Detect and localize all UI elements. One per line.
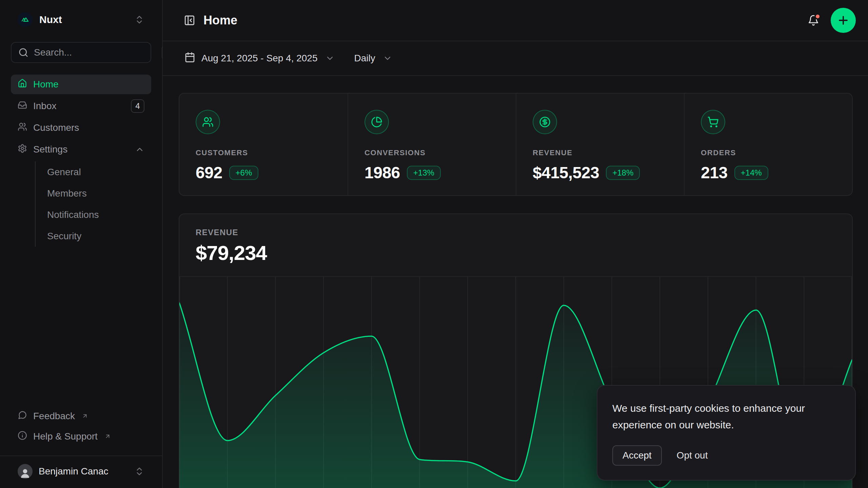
- subnav-label: Security: [47, 231, 81, 242]
- settings-subnav: General Members Notifications Security: [35, 161, 151, 247]
- stat-delta-badge: +13%: [407, 166, 441, 180]
- nuxt-logo-icon: [18, 12, 33, 27]
- revenue-chart-label: REVENUE: [196, 228, 836, 237]
- workspace-selector[interactable]: Nuxt: [11, 10, 151, 29]
- help-support-label: Help & Support: [33, 431, 98, 442]
- users-icon: [196, 110, 220, 134]
- sidebar-item-notifications[interactable]: Notifications: [36, 204, 151, 225]
- stat-label: ORDERS: [701, 148, 836, 157]
- stat-delta-badge: +14%: [734, 166, 768, 180]
- sidebar-nav: Home Inbox 4 Customers: [11, 75, 151, 247]
- stat-delta-badge: +6%: [229, 166, 259, 180]
- feedback-label: Feedback: [33, 411, 75, 422]
- search-input-container[interactable]: ⌘ K: [11, 42, 151, 63]
- period-value: Daily: [354, 53, 375, 64]
- info-circle-icon: [18, 431, 27, 443]
- sidebar-item-general[interactable]: General: [36, 161, 151, 183]
- arrow-up-right-icon: [104, 431, 111, 442]
- sidebar-item-label: Customers: [33, 122, 79, 133]
- sidebar-item-inbox[interactable]: Inbox 4: [11, 96, 151, 116]
- period-select[interactable]: Daily: [354, 53, 392, 64]
- add-button[interactable]: [831, 8, 856, 33]
- plus-icon: [837, 14, 850, 27]
- user-name: Benjamin Canac: [39, 466, 128, 477]
- sidebar-item-label: Settings: [33, 144, 67, 155]
- help-support-link[interactable]: Help & Support: [11, 426, 151, 447]
- message-circle-icon: [18, 410, 27, 422]
- sidebar-item-home[interactable]: Home: [11, 75, 151, 94]
- user-menu[interactable]: Benjamin Canac: [11, 461, 151, 482]
- sidebar-item-customers[interactable]: Customers: [11, 118, 151, 138]
- page-header: Home: [163, 0, 868, 41]
- notifications-button[interactable]: [808, 15, 819, 26]
- stat-conversions[interactable]: CONVERSIONS 1986 +13%: [348, 94, 516, 195]
- main-area: Home Aug 21, 2025 - Sep 4, 2025: [163, 0, 868, 488]
- sidebar-item-settings[interactable]: Settings: [11, 140, 151, 159]
- chevron-down-icon: [325, 54, 335, 63]
- page-title: Home: [203, 13, 237, 27]
- chevrons-up-down-icon: [134, 15, 144, 25]
- stat-label: CUSTOMERS: [196, 148, 331, 157]
- user-section: Benjamin Canac: [0, 455, 162, 488]
- sidebar-item-security[interactable]: Security: [36, 225, 151, 247]
- sidebar-item-label: Inbox: [33, 101, 57, 111]
- sidebar-footer: Feedback Help & Support: [0, 406, 162, 455]
- search-icon: [18, 47, 28, 58]
- stat-value: 692: [196, 163, 222, 182]
- date-range-picker[interactable]: Aug 21, 2025 - Sep 4, 2025: [184, 52, 335, 65]
- sidebar-collapse-button[interactable]: [184, 15, 195, 26]
- gear-icon: [18, 144, 27, 156]
- date-range-value: Aug 21, 2025 - Sep 4, 2025: [201, 53, 318, 64]
- stat-customers[interactable]: CUSTOMERS 692 +6%: [179, 94, 348, 195]
- subnav-label: General: [47, 167, 81, 178]
- pie-chart-icon: [364, 110, 389, 134]
- stat-delta-badge: +18%: [606, 166, 640, 180]
- stat-orders[interactable]: ORDERS 213 +14%: [684, 94, 852, 195]
- shopping-cart-icon: [701, 110, 725, 134]
- inbox-icon: [18, 100, 27, 112]
- sidebar: Nuxt ⌘ K Home: [0, 0, 163, 488]
- chevrons-up-down-icon: [134, 466, 144, 476]
- search-input[interactable]: [34, 47, 156, 58]
- cookie-message: We use first-party cookies to enhance yo…: [612, 400, 829, 433]
- workspace-name: Nuxt: [39, 14, 127, 25]
- subnav-label: Notifications: [47, 209, 99, 220]
- chevron-down-icon: [383, 54, 392, 63]
- users-icon: [18, 122, 27, 134]
- filters-bar: Aug 21, 2025 - Sep 4, 2025 Daily: [163, 41, 868, 76]
- stats-card: CUSTOMERS 692 +6% CONVERSIONS 1986 +13%: [179, 93, 853, 196]
- chevron-up-icon: [135, 145, 144, 154]
- app-root: Nuxt ⌘ K Home: [0, 0, 868, 488]
- dashboard-content: CUSTOMERS 692 +6% CONVERSIONS 1986 +13%: [163, 76, 868, 488]
- inbox-count-badge: 4: [131, 99, 144, 113]
- stat-revenue[interactable]: REVENUE $415,523 +18%: [516, 94, 684, 195]
- avatar: [18, 464, 33, 479]
- stat-value: 213: [701, 163, 728, 182]
- stat-label: REVENUE: [533, 148, 668, 157]
- calendar-icon: [184, 52, 195, 65]
- stat-label: CONVERSIONS: [364, 148, 499, 157]
- cookie-accept-button[interactable]: Accept: [612, 445, 662, 466]
- cookie-optout-button[interactable]: Opt out: [677, 450, 708, 461]
- revenue-chart-total: $79,234: [196, 241, 836, 265]
- circle-dollar-icon: [533, 110, 557, 134]
- arrow-up-right-icon: [82, 411, 88, 422]
- stat-value: 1986: [364, 163, 400, 182]
- unread-notification-dot: [814, 13, 821, 20]
- home-icon: [18, 79, 27, 90]
- stat-value: $415,523: [533, 163, 599, 182]
- subnav-label: Members: [47, 188, 87, 199]
- sidebar-item-label: Home: [33, 79, 59, 90]
- cookie-banner: We use first-party cookies to enhance yo…: [597, 385, 856, 481]
- feedback-link[interactable]: Feedback: [11, 406, 151, 426]
- sidebar-item-members[interactable]: Members: [36, 183, 151, 204]
